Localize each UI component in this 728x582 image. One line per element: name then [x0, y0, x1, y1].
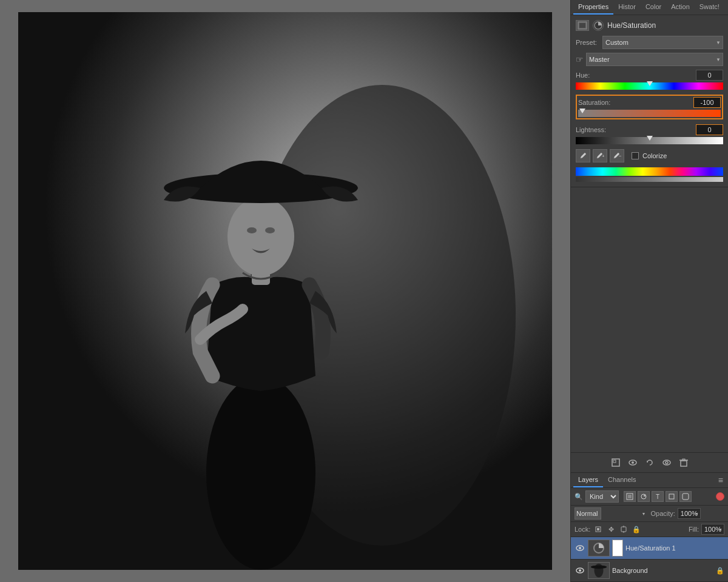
tab-action[interactable]: Action: [666, 0, 695, 15]
eyedropper-add-btn[interactable]: +: [593, 149, 607, 162]
layer-thumb-hue-sat: [588, 540, 610, 557]
adjustment-icon: [576, 20, 589, 31]
svg-point-34: [579, 547, 581, 549]
pixel-filter-icon[interactable]: [624, 491, 636, 502]
colorize-checkbox[interactable]: [632, 152, 639, 159]
new-layer-icon[interactable]: [610, 457, 622, 469]
panel-tabs: Properties Histor Color Action Swatc!: [571, 0, 728, 15]
hue-slider-row: Hue:: [576, 70, 723, 90]
bottom-toolbar: [571, 452, 728, 473]
shape-filter-icon[interactable]: [666, 491, 678, 502]
hue-slider-track[interactable]: [576, 82, 723, 90]
tab-channels[interactable]: Channels: [603, 473, 641, 487]
fill-input[interactable]: [701, 524, 724, 535]
search-icon: 🔍: [575, 493, 583, 501]
colorize-label: Colorize: [642, 152, 667, 159]
hue-value-input[interactable]: [696, 70, 723, 81]
layer-visibility-bg[interactable]: [575, 565, 585, 576]
layer-visibility-hue[interactable]: [575, 543, 585, 554]
smart-filter-icon[interactable]: [679, 491, 692, 502]
lightness-slider-row: Lightness:: [576, 124, 723, 144]
colorize-row: Colorize: [632, 149, 667, 162]
canvas-image[interactable]: [18, 12, 552, 570]
hand-icon-row: ☞ Master Reds Yellows: [576, 53, 723, 66]
svg-rect-24: [628, 495, 632, 498]
blend-select-wrapper: Normal Multiply Screen: [575, 507, 649, 520]
hue-slider-thumb: [647, 81, 653, 86]
lightness-slider-track[interactable]: [576, 137, 723, 144]
layers-menu-icon[interactable]: ≡: [716, 473, 726, 487]
kind-select[interactable]: Kind Name: [585, 490, 619, 503]
tab-properties[interactable]: Properties: [573, 0, 613, 15]
target-hand-icon[interactable]: ☞: [576, 55, 584, 64]
layer-lock-icon: 🔒: [716, 567, 724, 575]
channel-select[interactable]: Master Reds Yellows: [586, 53, 723, 66]
lightness-label-row: Lightness:: [576, 124, 723, 135]
reset-icon[interactable]: [644, 457, 656, 469]
hue-label-row: Hue:: [576, 70, 723, 81]
svg-point-6: [247, 227, 257, 233]
lightness-label: Lightness:: [576, 126, 606, 133]
svg-rect-9: [579, 23, 585, 28]
layers-section: Layers Channels ≡ 🔍 Kind Name T: [571, 473, 728, 582]
saturation-label-row: Saturation:: [578, 97, 721, 108]
tab-swatches[interactable]: Swatc!: [695, 0, 724, 15]
properties-empty: [571, 187, 728, 452]
svg-point-4: [228, 197, 294, 276]
color-bar-section: [576, 167, 723, 182]
saturation-slider-thumb: [579, 109, 585, 113]
layers-tabs: Layers Channels ≡: [571, 473, 728, 488]
tab-layers[interactable]: Layers: [573, 473, 603, 487]
saturation-value-input[interactable]: [693, 97, 721, 108]
color-gradient-bar: [576, 167, 723, 176]
lock-label: Lock:: [575, 526, 590, 533]
adjustment-filter-icon[interactable]: [638, 491, 650, 502]
saturation-slider-container: Saturation:: [576, 95, 723, 119]
eyedropper-sub-btn[interactable]: −: [610, 149, 624, 162]
svg-rect-29: [597, 528, 599, 530]
eye-icon[interactable]: [661, 457, 673, 469]
hue-label: Hue:: [576, 72, 590, 79]
lock-row: Lock: ✥ 🔒 Fill:: [571, 522, 728, 537]
layer-name-hue-sat: Hue/Saturation 1: [625, 544, 724, 552]
eyedropper-row: + − Colorize: [576, 149, 723, 162]
preset-label: Preset:: [576, 39, 600, 46]
layer-mask-hue-sat: [612, 540, 623, 557]
tab-history[interactable]: Histor: [613, 0, 641, 15]
svg-text:−: −: [619, 153, 621, 159]
blend-select[interactable]: Normal Multiply Screen: [575, 507, 601, 520]
type-filter-icon[interactable]: T: [652, 491, 664, 502]
svg-point-18: [663, 460, 670, 465]
opacity-label: Opacity:: [651, 510, 675, 517]
lock-pixel-icon[interactable]: [593, 524, 604, 535]
opacity-input[interactable]: [678, 508, 701, 519]
lock-all-icon[interactable]: 🔒: [631, 524, 642, 535]
eyedropper-btn[interactable]: [576, 149, 590, 162]
lock-icons: ✥ 🔒: [593, 524, 642, 535]
fill-wrapper: [701, 524, 724, 535]
filter-toggle[interactable]: [716, 492, 724, 501]
layers-filter-row: 🔍 Kind Name T: [571, 488, 728, 506]
layer-item-hue-sat[interactable]: Hue/Saturation 1: [571, 537, 728, 560]
layer-name-background: Background: [612, 567, 713, 574]
preset-select[interactable]: Custom Default: [602, 36, 723, 49]
svg-point-19: [666, 461, 668, 464]
layer-item-background[interactable]: Background 🔒: [571, 560, 728, 582]
svg-rect-22: [682, 459, 685, 460]
visibility-icon[interactable]: [627, 457, 639, 469]
canvas-wrapper: [18, 12, 552, 570]
properties-title: Hue/Saturation: [607, 21, 656, 30]
lock-artboard-icon[interactable]: [618, 524, 629, 535]
svg-rect-27: [682, 493, 689, 500]
saturation-slider-track[interactable]: [578, 110, 721, 117]
delete-icon[interactable]: [678, 457, 690, 469]
svg-point-7: [265, 227, 275, 233]
tab-color[interactable]: Color: [641, 0, 666, 15]
lightness-value-input[interactable]: [696, 124, 723, 135]
right-panel: Properties Histor Color Action Swatc! Hu…: [570, 0, 728, 582]
lock-position-icon[interactable]: ✥: [605, 524, 616, 535]
svg-point-16: [632, 461, 634, 464]
hue-sat-icon: [593, 20, 604, 31]
properties-section: Hue/Saturation Preset: Custom Default ☞ …: [571, 15, 728, 187]
fill-row: Fill:: [689, 524, 724, 535]
